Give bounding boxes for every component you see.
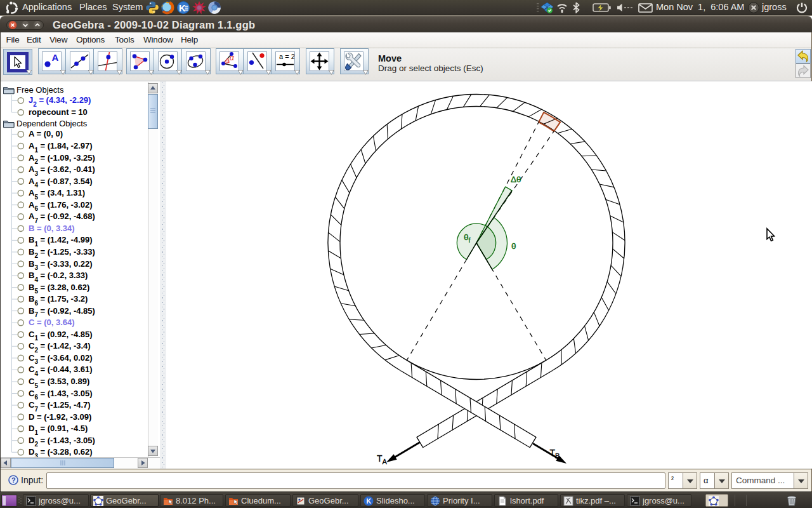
svg-text:TB: TB: [550, 448, 560, 460]
svg-text:Δθ: Δθ: [511, 175, 521, 184]
svg-text:a = 2: a = 2: [279, 53, 294, 60]
svg-text:θ: θ: [511, 241, 516, 251]
svg-text:α: α: [230, 53, 235, 62]
svg-text:K: K: [179, 3, 186, 13]
svg-text:K: K: [367, 497, 372, 505]
svg-text:A: A: [52, 52, 59, 63]
svg-text:TA: TA: [377, 453, 388, 465]
svg-text:?: ?: [11, 476, 16, 484]
